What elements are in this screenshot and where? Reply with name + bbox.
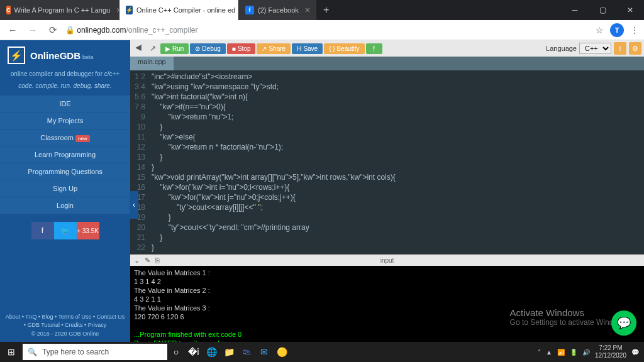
- sidebar-item-questions[interactable]: Programming Questions: [0, 163, 130, 180]
- new-tab-button[interactable]: +: [317, 4, 335, 16]
- tab-icon: f: [245, 6, 254, 14]
- back-button[interactable]: ←: [5, 25, 20, 35]
- mail-icon[interactable]: ✉: [255, 342, 273, 362]
- console-wand-icon[interactable]: ✎: [145, 256, 150, 265]
- settings-button[interactable]: ⚙: [629, 42, 641, 55]
- console-down-icon[interactable]: ⌄: [134, 256, 140, 265]
- taskview-icon[interactable]: ○: [167, 342, 185, 362]
- upload-button[interactable]: ⭱: [366, 43, 382, 54]
- chrome-icon[interactable]: 🟡: [273, 342, 291, 362]
- windows-taskbar: ⊞ 🔍 Type here to search ○ �ⅰ 🌐 📁 🛍 ✉ 🟡 ˄…: [0, 342, 644, 362]
- line-gutter: 1 2 3 4 5 6 7 8 9 10 11 12 13 14 15 16 1…: [130, 70, 149, 254]
- file-tab-main[interactable]: main.cpp: [130, 57, 174, 70]
- console-copy-icon[interactable]: ⎘: [155, 256, 160, 264]
- notifications-icon[interactable]: 💬: [631, 349, 639, 356]
- toolbar: ⯇ ↗ ▶ Run ⊘ Debug ■ Stop ↗ Share H Save …: [130, 40, 644, 57]
- tray-up-icon[interactable]: ˄: [538, 349, 541, 356]
- twitter-button[interactable]: 🐦: [54, 222, 77, 239]
- beautify-button[interactable]: { } Beautify: [324, 43, 364, 54]
- taskbar-clock[interactable]: 7:22 PM12/12/2020: [595, 344, 626, 359]
- url-domain: onlinegdb.com: [77, 26, 126, 35]
- run-button[interactable]: ▶ Run: [160, 43, 189, 54]
- logo[interactable]: ⚡ OnlineGDB beta: [0, 40, 130, 70]
- search-placeholder: Type here to search: [42, 348, 109, 356]
- sidebar-collapse-button[interactable]: ‹: [130, 191, 138, 219]
- browser-titlebar: C Write A Program In C ++ Langu × ⚡ Onli…: [0, 0, 644, 20]
- browser-tab-1[interactable]: ⚡ Online C++ Compiler - online ed ×: [119, 0, 239, 20]
- menu-icon[interactable]: ⋮: [630, 25, 639, 35]
- console-header: ⌄ ✎ ⎘ input: [130, 255, 644, 266]
- tray-cloud-icon[interactable]: ▲: [546, 349, 552, 356]
- chat-fab[interactable]: 💬: [611, 310, 636, 336]
- store-icon[interactable]: 🛍: [238, 342, 255, 362]
- share-button[interactable]: ↗ Share: [257, 43, 291, 54]
- close-icon[interactable]: ×: [305, 5, 310, 15]
- profile-avatar[interactable]: T: [610, 23, 624, 37]
- code-editor[interactable]: 1 2 3 4 5 6 7 8 9 10 11 12 13 14 15 16 1…: [130, 70, 644, 254]
- tab-label: Online C++ Compiler - online ed: [136, 6, 235, 14]
- sidebar-subtitle: online compiler and debugger for c/c++: [0, 70, 130, 81]
- star-icon[interactable]: ☆: [596, 25, 604, 35]
- sidebar-item-classroom[interactable]: Classroomnew: [0, 129, 130, 146]
- tray-volume-icon[interactable]: 🔊: [582, 349, 590, 356]
- save-button[interactable]: H Save: [292, 43, 323, 54]
- browser-tab-2[interactable]: f (2) Facebook ×: [239, 0, 317, 20]
- language-select[interactable]: C++: [579, 43, 611, 54]
- console-output[interactable]: The Value in Matrices 1 : 1 3 1 4 2 The …: [130, 266, 644, 350]
- sidebar-tagline: code. compile. run. debug. share.: [0, 81, 130, 96]
- tab-icon: C: [6, 6, 11, 14]
- taskbar-search[interactable]: 🔍 Type here to search: [23, 344, 167, 360]
- beta-badge: beta: [82, 54, 94, 60]
- maximize-button[interactable]: ▢: [589, 0, 616, 20]
- forward-button[interactable]: →: [25, 25, 40, 35]
- reload-button[interactable]: ⟳: [45, 25, 60, 36]
- tab-icon: ⚡: [126, 6, 133, 14]
- minimize-button[interactable]: ─: [561, 0, 589, 20]
- tray-wifi-icon[interactable]: 📶: [557, 349, 565, 356]
- language-label: Language: [546, 45, 577, 52]
- info-button[interactable]: i: [614, 42, 626, 55]
- url-path: /online_c++_compiler: [126, 26, 197, 35]
- sidebar-item-login[interactable]: Login: [0, 197, 130, 214]
- close-button[interactable]: ✕: [616, 0, 644, 20]
- footer-links[interactable]: About • FAQ • Blog • Terms of Use • Cont…: [4, 313, 126, 330]
- edge-icon[interactable]: 🌐: [203, 342, 220, 362]
- brand-name: OnlineGDB: [30, 50, 80, 61]
- sidebar: ⚡ OnlineGDB beta online compiler and deb…: [0, 40, 130, 342]
- debug-button[interactable]: ⊘ Debug: [190, 43, 225, 54]
- tab-label: (2) Facebook: [258, 6, 299, 14]
- sidebar-item-signup[interactable]: Sign Up: [0, 180, 130, 197]
- share-count[interactable]: + 33.5K: [77, 222, 99, 239]
- console-input-label: input: [380, 257, 394, 264]
- sidebar-item-learn[interactable]: Learn Programming: [0, 146, 130, 163]
- stop-button[interactable]: ■ Stop: [227, 43, 256, 54]
- copyright: © 2016 - 2020 GDB Online: [4, 330, 126, 339]
- cortana-icon[interactable]: �ⅰ: [185, 342, 203, 362]
- editor-redo-button[interactable]: ↗: [147, 44, 159, 53]
- address-bar: ← → ⟳ 🔒 onlinegdb.com/online_c++_compile…: [0, 20, 644, 40]
- browser-tab-0[interactable]: C Write A Program In C ++ Langu ×: [0, 0, 119, 20]
- sidebar-item-ide[interactable]: IDE: [0, 96, 130, 112]
- facebook-button[interactable]: f: [31, 222, 54, 239]
- url-field[interactable]: 🔒 onlinegdb.com/online_c++_compiler: [65, 26, 591, 35]
- file-tabs: main.cpp: [130, 57, 644, 70]
- explorer-icon[interactable]: 📁: [220, 342, 238, 362]
- console: ⌄ ✎ ⎘ input The Value in Matrices 1 : 1 …: [130, 254, 644, 342]
- search-icon: 🔍: [28, 348, 37, 356]
- code-area[interactable]: "inc">#include"st"><iostream> "kw">using…: [149, 70, 644, 254]
- lock-icon: 🔒: [65, 26, 77, 35]
- sidebar-item-projects[interactable]: My Projects: [0, 112, 130, 129]
- bolt-icon: ⚡: [8, 47, 25, 64]
- tray-battery-icon[interactable]: 🔋: [570, 349, 577, 356]
- new-badge: new: [75, 135, 90, 142]
- tab-label: Write A Program In C ++ Langu: [14, 6, 111, 14]
- start-button[interactable]: ⊞: [0, 342, 23, 362]
- sidebar-footer: About • FAQ • Blog • Terms of Use • Cont…: [0, 309, 130, 343]
- editor-back-button[interactable]: ⯇: [133, 44, 145, 53]
